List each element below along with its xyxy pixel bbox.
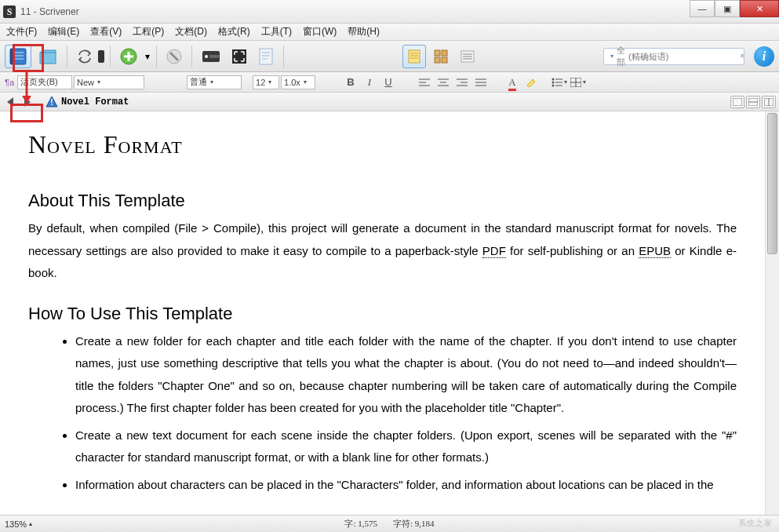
header-split-v-button[interactable] [762,96,776,108]
document-title: Novel Format [61,97,129,107]
doc-heading-howto: How To Use This Template [28,304,737,324]
menu-bar: 文件(F) 编辑(E) 查看(V) 工程(P) 文档(D) 格式(R) 工具(T… [0,24,779,41]
compose-button[interactable] [254,45,278,68]
notice-icon: ! [46,96,58,108]
trash-button[interactable] [162,45,186,68]
header-view-icons [730,96,776,108]
align-center-button[interactable] [435,75,452,90]
align-justify-button[interactable] [472,75,490,90]
bold-button[interactable]: B [342,75,359,90]
watermark: 系统之家 [738,518,773,529]
menu-view[interactable]: 查看(V) [90,25,122,38]
menu-tools[interactable]: 工具(T) [261,25,292,38]
svg-point-45 [552,84,555,86]
menu-file[interactable]: 文件(F) [6,25,37,38]
align-left-button[interactable] [416,75,433,90]
view-corkboard-button[interactable] [429,45,453,68]
style-selector[interactable]: 普通▾ [187,75,242,89]
menu-edit[interactable]: 编辑(E) [48,25,79,38]
binder-button[interactable] [5,45,31,68]
svg-rect-20 [442,50,447,56]
menu-project[interactable]: 工程(P) [133,25,164,38]
char-count: 9,184 [415,519,435,528]
search-box[interactable]: ▾ 全部 × [603,48,744,65]
table-button[interactable]: ▾ [570,75,587,90]
text-color-button[interactable]: A [504,75,521,90]
toolbar-separator [67,46,67,67]
svg-point-41 [552,78,555,80]
svg-rect-1 [10,49,13,64]
list-item: Create a new folder for each chapter and… [75,330,737,420]
header-bar: ! Novel Format [0,93,779,111]
vertical-scrollbar[interactable] [765,111,779,515]
search-input[interactable] [628,52,737,61]
view-document-button[interactable] [402,45,426,68]
sync-button[interactable] [73,45,96,68]
font-selector[interactable]: New▾ [74,75,144,89]
zoom-control[interactable]: 135% ▴ [5,519,32,529]
nav-back-button[interactable] [3,95,17,109]
add-button[interactable] [116,45,141,68]
document-editor[interactable]: Novel Format About This Template By defa… [0,111,765,515]
editor-area: Novel Format About This Template By defa… [0,111,779,515]
svg-rect-9 [209,55,219,58]
maximize-button[interactable]: ▣ [715,0,740,17]
doc-paragraph-about: By default, when compiled (File > Compil… [28,217,737,285]
search-scope-label: 全部 [617,45,625,68]
line-spacing-selector[interactable]: 1.0x▾ [281,75,315,89]
fullscreen-button[interactable] [228,45,251,68]
main-toolbar: ▾ ▾ 全部 × i [0,41,779,72]
svg-rect-21 [435,57,440,63]
section-selector[interactable]: 活页夹(B) [17,75,72,89]
inspector-button[interactable]: i [754,46,774,67]
doc-howto-list: Create a new folder for each chapter and… [28,330,737,497]
italic-button[interactable]: I [361,75,378,90]
menu-documents[interactable]: 文档(D) [175,25,207,38]
header-split-h-button[interactable] [746,96,760,108]
search-dropdown-icon[interactable]: ▾ [610,53,613,60]
pilcrow-icon[interactable]: ¶a [3,78,16,87]
zoom-value: 135% [5,519,27,529]
minimize-button[interactable]: — [690,0,715,17]
svg-rect-22 [442,57,447,63]
search-clear-button[interactable]: × [740,52,744,60]
highlight-button[interactable] [522,75,540,90]
menu-format[interactable]: 格式(R) [218,25,250,38]
title-bar: S 11 - Scrivener — ▣ ✕ [0,0,779,24]
svg-rect-10 [232,49,246,64]
svg-rect-15 [409,50,420,63]
list-button[interactable]: ▾ [551,75,568,90]
align-right-button[interactable] [453,75,471,90]
svg-rect-51 [733,98,742,106]
svg-point-43 [552,81,555,83]
keywords-button[interactable] [198,45,224,68]
close-button[interactable]: ✕ [740,0,779,17]
format-bar: ¶a 活页夹(B) New▾ 普通▾ 12▾ 1.0x▾ B I U A ▾ ▾ [0,72,779,93]
window-controls: — ▣ ✕ [690,0,779,17]
underline-button[interactable]: U [380,75,397,90]
menu-help[interactable]: 帮助(H) [348,25,380,38]
app-icon: S [3,5,16,18]
toolbar-separator [191,46,192,67]
word-count: 1,575 [358,519,377,528]
word-count-stats: 字: 1,575 字符: 9,184 [344,518,434,530]
list-item: Create a new text document for each scen… [75,425,737,469]
svg-point-8 [205,55,208,58]
header-split-none-button[interactable] [730,96,744,108]
mobile-icon [98,50,104,63]
status-bar: 135% ▴ 字: 1,575 字符: 9,184 [0,515,779,532]
font-size-selector[interactable]: 12▾ [253,75,279,89]
svg-rect-19 [435,50,440,56]
view-outline-button[interactable] [456,45,479,68]
add-dropdown[interactable]: ▾ [144,45,151,68]
scrollbar-thumb[interactable] [767,113,777,254]
nav-forward-button[interactable] [20,95,35,109]
doc-heading-about: About This Template [28,191,737,211]
window-title: 11 - Scrivener [20,6,79,17]
toolbar-separator [110,46,111,67]
menu-window[interactable]: 窗口(W) [303,25,337,38]
list-item: Information about characters can be plac… [75,474,737,497]
collections-button[interactable] [35,45,61,68]
toolbar-separator [156,46,157,67]
toolbar-separator [283,46,284,67]
